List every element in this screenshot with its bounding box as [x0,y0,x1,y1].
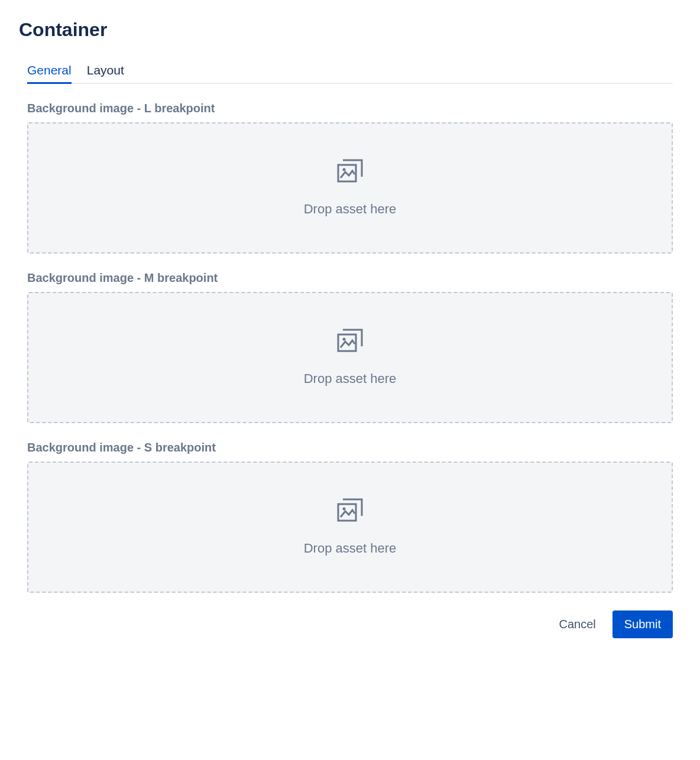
svg-point-5 [343,508,346,511]
cancel-button[interactable]: Cancel [556,612,598,637]
submit-button[interactable]: Submit [612,610,673,638]
media-icon [337,498,363,524]
tabs: General Layout [27,59,673,84]
dropzone-bg-l[interactable]: Drop asset here [27,122,673,254]
media-icon [337,159,363,185]
tab-layout[interactable]: Layout [87,59,124,84]
tab-general[interactable]: General [27,59,72,84]
field-bg-l: Background image - L breakpoint Drop ass… [27,102,673,254]
field-bg-s: Background image - S breakpoint Drop ass… [27,441,673,593]
dropzone-bg-m[interactable]: Drop asset here [27,292,673,423]
dropzone-bg-s[interactable]: Drop asset here [27,462,673,593]
field-bg-m: Background image - M breakpoint Drop ass… [27,271,673,423]
media-icon [337,329,363,355]
field-label-bg-s: Background image - S breakpoint [27,441,673,454]
svg-point-3 [343,338,346,341]
field-label-bg-l: Background image - L breakpoint [27,102,673,115]
dropzone-text-bg-m: Drop asset here [304,371,397,387]
field-label-bg-m: Background image - M breakpoint [27,271,673,285]
svg-point-1 [343,168,346,171]
dialog-footer: Cancel Submit [27,610,673,638]
dropzone-text-bg-l: Drop asset here [304,202,397,217]
dropzone-text-bg-s: Drop asset here [304,541,397,556]
content-area: General Layout Background image - L brea… [19,59,681,638]
page-title: Container [19,19,681,41]
